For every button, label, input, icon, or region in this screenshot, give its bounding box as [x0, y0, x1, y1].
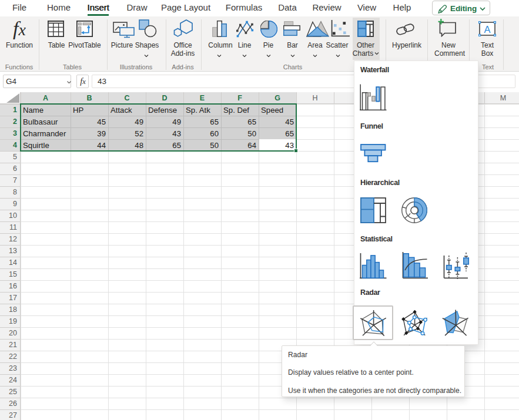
- svg-text:A: A: [484, 24, 490, 35]
